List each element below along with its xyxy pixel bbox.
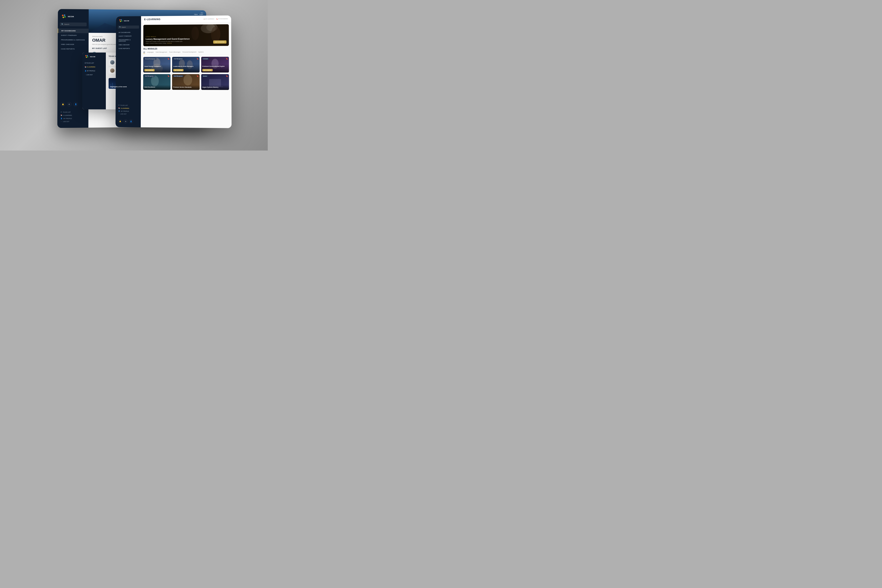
module-card-english[interactable]: Languages 🔖 Proficient Conversational En… (201, 57, 229, 72)
my-learnings-btn[interactable]: 📋 MY LEARNINGS (204, 18, 214, 20)
module-bookmark-english[interactable]: 🔖 (226, 58, 228, 60)
elearning-header-actions: 📋 MY LEARNINGS 🔖 MY BOOKMARKS (204, 18, 228, 20)
sidebar-item-case[interactable]: CASE REPORTS (58, 46, 88, 51)
sidebar-elearning[interactable]: 📚 E-LEARNING (61, 114, 85, 116)
my-bookmarks-btn[interactable]: 🔖 MY BOOKMARKS (216, 18, 228, 20)
popup-nav-logout[interactable]: → LOG OUT (82, 73, 106, 76)
module-title-english: Proficient Conversational English (202, 66, 228, 67)
module-card-systems[interactable]: Systems 🔖 Digital Systems Mastery (201, 74, 229, 90)
svg-point-18 (119, 19, 120, 21)
elearning-grid-icon[interactable]: ⊞ (124, 119, 128, 123)
module-bookmark-hotel1[interactable]: 🔖 (167, 75, 170, 77)
highlights-text: Highlights of the week (110, 86, 127, 88)
module-bookmark-leadership[interactable]: 🔖 (196, 58, 198, 60)
notification-icon[interactable]: 🔔 (61, 102, 65, 106)
svg-point-3 (63, 16, 64, 18)
module-content-hotel2: Premium Service Standards (172, 85, 200, 90)
module-hero-content: LATEST MODULE Luxury Management and Gues… (146, 36, 203, 44)
elearning-nav-case[interactable]: CASE REPORTS (116, 46, 141, 50)
elearning-nav-todo[interactable]: ☑ TO-DO LIST (118, 105, 138, 106)
module-label-systems: Systems (202, 75, 208, 77)
module-hero: LATEST MODULE Luxury Management and Gues… (143, 24, 229, 46)
sidebar-search-text: Search (64, 23, 69, 25)
tab-personal-development[interactable]: Personal Development (183, 51, 196, 54)
elearning-nav-profile[interactable]: 👤 MY PROFILE (118, 110, 138, 112)
popup-nav-todo[interactable]: ☑ TO-DO LIST (82, 61, 106, 65)
elearning-nav-logout[interactable]: → LOG OUT (118, 113, 138, 115)
module-bookmark-guest-facing[interactable]: 🔖 (167, 58, 170, 60)
module-card-guest-facing[interactable]: Personal Development 🔖 Guest Facing Conf… (143, 57, 171, 72)
logout-icon: → (118, 113, 120, 115)
elearning-notif-icon[interactable]: 🔔 (118, 119, 122, 123)
module-label-hotel1: Hotel Management (144, 75, 154, 77)
module-content-hotel1: Hotel Excellence (143, 85, 171, 90)
logout-label: LOG OUT (120, 113, 126, 115)
sidebar-logo: NEOM (58, 12, 88, 22)
sidebar-search[interactable]: 🔍 Search (60, 22, 87, 26)
module-card-hotel2[interactable]: Hotel Management 🔖 Premium Service Stand… (172, 74, 200, 90)
elearning-nav-itinerary[interactable]: GUEST ITINERARY (116, 34, 141, 38)
module-label-leadership: Hotel Management (173, 58, 183, 60)
elearning-nav-dashboard[interactable]: MY DASHBOARD (116, 31, 141, 34)
elearning-sidebar-search[interactable]: 🔍 Search (118, 26, 139, 29)
sidebar-todo[interactable]: ☑ TO-DO LIST (61, 111, 85, 113)
module-bookmark-systems[interactable]: 🔖 (226, 75, 228, 77)
profile-icon: 👤 (118, 110, 120, 112)
sidebar-logout[interactable]: → LOG OUT (61, 121, 85, 122)
elearning-icon: 📚 (118, 107, 120, 109)
module-cta-guest-facing[interactable]: GET STARTED (144, 69, 154, 71)
module-title-guest-facing: Guest Facing Confidence (144, 66, 170, 67)
module-title-leadership: Leadership for Hotel Managers (173, 66, 198, 67)
popup-nav-elearning[interactable]: 📚 E-LEARNING (82, 65, 106, 69)
elearning-neom-logo-icon (119, 19, 123, 23)
module-bookmark-hotel2[interactable]: 🔖 (196, 75, 198, 77)
sidebar-item-programmes[interactable]: PROGRAMMES & SERVICES (58, 38, 88, 42)
sidebar-item-vibe[interactable]: VIBE CHECKER (58, 42, 88, 47)
tab-languages[interactable]: Languages (147, 51, 154, 54)
grid-icon[interactable]: ⊞ (67, 102, 72, 106)
elearning-sidebar-icons: 🔔 ⊞ 👤 (116, 118, 141, 125)
svg-point-2 (64, 16, 66, 18)
hero-time-start: 10pm (194, 14, 198, 15)
tab-food-beverages[interactable]: Food & Beverages (169, 51, 180, 54)
star-3 (170, 43, 171, 44)
tab-all[interactable]: All (143, 51, 145, 54)
elearning-nav-vibe[interactable]: VIBE CHECKER (116, 43, 141, 46)
tab-systems[interactable]: Systems (198, 51, 204, 54)
todo-label: TO-DO LIST (120, 105, 128, 106)
elearning-logo: NEOM (116, 18, 141, 26)
popup-logo-text: NEOM (90, 56, 96, 58)
module-label-hotel2: Hotel Management (173, 75, 183, 77)
sidebar-item-guest-itinerary[interactable]: GUEST ITINERARY (58, 33, 88, 38)
elearning-nav-elearning-active[interactable]: 📚 E-LEARNING (118, 107, 138, 109)
popup-neom-logo-icon (85, 54, 89, 59)
user-icon[interactable]: 👤 (74, 102, 78, 106)
popup-nav-profile[interactable]: 👤 MY PROFILE (82, 69, 106, 73)
module-content-leadership: Leadership for Hotel Managers GET STARTE… (172, 64, 200, 72)
module-title-systems: Digital Systems Mastery (202, 86, 228, 88)
sidebar-profile[interactable]: 👤 MY PROFILE (61, 118, 85, 119)
elearning-label: E-LEARNING (63, 114, 72, 116)
module-meta-text: English | Created by Hotelier Academy | … (146, 42, 166, 44)
svg-point-9 (86, 57, 87, 58)
module-cta-english[interactable]: GET STARTED (202, 69, 213, 71)
profile-label: MY PROFILE (121, 110, 129, 112)
todo-icon: ☑ (118, 105, 120, 106)
update-avatar-birthday: J (110, 68, 114, 73)
module-cta-leadership[interactable]: GET STARTED (173, 69, 183, 71)
svg-point-19 (121, 19, 122, 20)
module-content-systems: Digital Systems Mastery (201, 85, 229, 90)
module-card-hotel1[interactable]: Hotel Management 🔖 Hotel Excellence (143, 74, 171, 90)
module-hero-cta[interactable]: GET STARTED (213, 40, 226, 44)
learnings-icon: 📋 (204, 18, 205, 20)
sidebar-item-dashboard[interactable]: MY DASHBOARD (58, 28, 88, 33)
module-card-leadership[interactable]: Hotel Management 🔖 Leadership for Hotel … (172, 57, 200, 72)
elearning-search-icon: 🔍 (119, 27, 121, 28)
tab-hotel-management[interactable]: Hotel Management (156, 51, 167, 54)
bookmarks-icon: 🔖 (216, 18, 218, 20)
logout-icon: → (61, 121, 62, 122)
elearning-nav-programmes[interactable]: PROGRAMMES & SERVICES (116, 38, 141, 43)
star-4 (171, 43, 172, 44)
elearning-user-icon[interactable]: 👤 (129, 119, 133, 123)
module-hero-desc: Teaches future managers in luxury busine… (146, 41, 203, 42)
